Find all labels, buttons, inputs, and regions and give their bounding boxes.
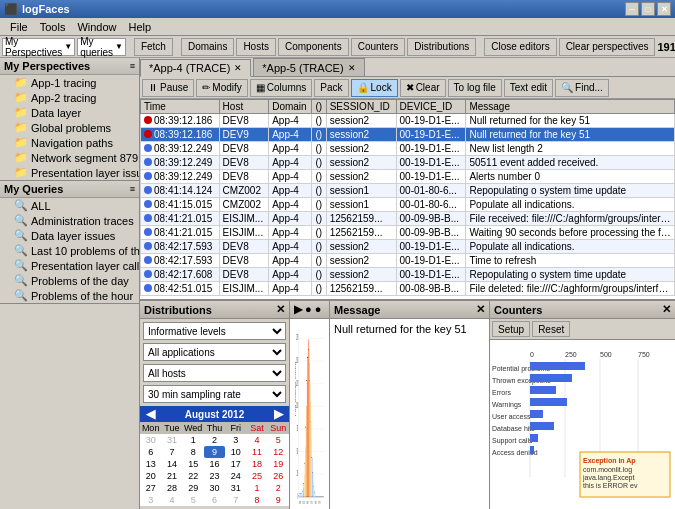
- cal-day[interactable]: 10: [225, 446, 246, 458]
- table-row[interactable]: 08:41:21.015 EISJIM... App-4 () 12562159…: [141, 226, 675, 240]
- cal-day[interactable]: 8: [246, 494, 267, 506]
- menu-help[interactable]: Help: [123, 19, 158, 35]
- table-row[interactable]: 08:41:15.015 CMZ002 App-4 () session1 00…: [141, 198, 675, 212]
- pause-button[interactable]: ⏸ Pause: [142, 79, 194, 97]
- cal-day[interactable]: 17: [225, 458, 246, 470]
- lock-button[interactable]: 🔒 Lock: [351, 79, 398, 97]
- cal-day[interactable]: 18: [246, 458, 267, 470]
- queries-dropdown[interactable]: My queries ▼: [77, 38, 126, 56]
- table-row[interactable]: 08:42:51.015 EISJIM... App-4 () 12562159…: [141, 282, 675, 296]
- sidebar-item-presentation[interactable]: 📁 Presentation layer issues: [0, 165, 139, 180]
- cal-day[interactable]: 31: [161, 434, 182, 446]
- cal-day[interactable]: 8: [183, 446, 204, 458]
- cal-day[interactable]: 30: [204, 482, 225, 494]
- table-row[interactable]: 08:41:14.124 CMZ002 App-4 () session1 00…: [141, 184, 675, 198]
- table-row[interactable]: 08:42:17.608 DEV8 App-4 () session2 00-1…: [141, 268, 675, 282]
- queries-header[interactable]: My Queries ≡: [0, 181, 139, 198]
- cal-day[interactable]: 25: [246, 470, 267, 482]
- tab-app4-close[interactable]: ✕: [234, 63, 242, 73]
- modify-button[interactable]: ✏ Modify: [196, 79, 247, 97]
- sidebar-item-nav[interactable]: 📁 Navigation paths: [0, 135, 139, 150]
- cal-day[interactable]: 4: [161, 494, 182, 506]
- dist-host-select[interactable]: All hosts: [143, 364, 286, 382]
- distributions-button[interactable]: Distributions: [407, 38, 476, 56]
- cal-day[interactable]: 1: [246, 482, 267, 494]
- cal-day[interactable]: 5: [268, 434, 289, 446]
- counters-close-icon[interactable]: ✕: [662, 303, 671, 316]
- cal-day[interactable]: 24: [225, 470, 246, 482]
- cal-day[interactable]: 1: [183, 434, 204, 446]
- tolog-button[interactable]: To log file: [448, 79, 502, 97]
- cal-day[interactable]: 12: [268, 446, 289, 458]
- minimize-button[interactable]: ─: [625, 2, 639, 16]
- reset-button[interactable]: Reset: [532, 321, 570, 337]
- cal-day[interactable]: 7: [225, 494, 246, 506]
- components-button[interactable]: Components: [278, 38, 349, 56]
- cal-day[interactable]: 7: [161, 446, 182, 458]
- menu-file[interactable]: File: [4, 19, 34, 35]
- cal-day[interactable]: 9: [268, 494, 289, 506]
- find-button[interactable]: 🔍 Find...: [555, 79, 609, 97]
- cal-day[interactable]: 3: [140, 494, 161, 506]
- table-row[interactable]: 08:39:12.249 DEV8 App-4 () session2 00-1…: [141, 170, 675, 184]
- table-row[interactable]: 08:39:12.186 DEV9 App-4 () session2 00-1…: [141, 128, 675, 142]
- cal-day[interactable]: 31: [225, 482, 246, 494]
- distributions-close-icon[interactable]: ✕: [276, 303, 285, 316]
- table-row[interactable]: 08:42:17.593 DEV8 App-4 () session2 00-1…: [141, 240, 675, 254]
- sidebar-item-probhour[interactable]: 🔍 Problems of the hour: [0, 288, 139, 303]
- tab-app5[interactable]: *App-5 (TRACE) ✕: [253, 58, 364, 76]
- sidebar-item-presl[interactable]: 🔍 Presentation layer calls: [0, 258, 139, 273]
- cal-day[interactable]: 14: [161, 458, 182, 470]
- table-row[interactable]: 08:39:12.186 DEV8 App-4 () session2 00-1…: [141, 114, 675, 128]
- cal-day[interactable]: 13: [140, 458, 161, 470]
- cal-day[interactable]: 21: [161, 470, 182, 482]
- cal-day[interactable]: 30: [140, 434, 161, 446]
- message-close-icon[interactable]: ✕: [476, 303, 485, 316]
- clear-button[interactable]: ✖ Clear: [400, 79, 446, 97]
- cal-day[interactable]: 9: [204, 446, 225, 458]
- tab-app5-close[interactable]: ✕: [348, 63, 356, 73]
- sidebar-item-global[interactable]: 📁 Global problems: [0, 120, 139, 135]
- counters-button[interactable]: Counters: [351, 38, 406, 56]
- maximize-button[interactable]: □: [641, 2, 655, 16]
- sidebar-item-last10[interactable]: 🔍 Last 10 problems of the w: [0, 243, 139, 258]
- cal-day[interactable]: 6: [140, 446, 161, 458]
- calendar-next[interactable]: ▶: [272, 407, 285, 421]
- hosts-button[interactable]: Hosts: [236, 38, 276, 56]
- dist-rate-select[interactable]: 30 min sampling rate: [143, 385, 286, 403]
- cal-day[interactable]: 19: [268, 458, 289, 470]
- sidebar-item-admin[interactable]: 🔍 Administration traces: [0, 213, 139, 228]
- cal-day[interactable]: 26: [268, 470, 289, 482]
- sidebar-item-network[interactable]: 📁 Network segment 879: [0, 150, 139, 165]
- textedit-button[interactable]: Text edit: [504, 79, 553, 97]
- menu-window[interactable]: Window: [71, 19, 122, 35]
- cal-day[interactable]: 20: [140, 470, 161, 482]
- cal-day[interactable]: 6: [204, 494, 225, 506]
- menu-tools[interactable]: Tools: [34, 19, 72, 35]
- cal-day[interactable]: 27: [140, 482, 161, 494]
- sidebar-item-probday[interactable]: 🔍 Problems of the day: [0, 273, 139, 288]
- sidebar-item-all[interactable]: 🔍 ALL: [0, 198, 139, 213]
- domains-button[interactable]: Domains: [181, 38, 234, 56]
- cal-day[interactable]: 28: [161, 482, 182, 494]
- clear-perspectives-button[interactable]: Clear perspectives: [559, 38, 656, 56]
- sidebar-item-datalayer-q[interactable]: 🔍 Data layer issues: [0, 228, 139, 243]
- sidebar-item-app1[interactable]: 📁 App-1 tracing: [0, 75, 139, 90]
- cal-day[interactable]: 3: [225, 434, 246, 446]
- cal-day[interactable]: 16: [204, 458, 225, 470]
- setup-button[interactable]: Setup: [492, 321, 530, 337]
- cal-day[interactable]: 2: [204, 434, 225, 446]
- perspectives-dropdown[interactable]: My Perspectives ▼: [2, 38, 75, 56]
- cal-day[interactable]: 22: [183, 470, 204, 482]
- table-row[interactable]: 08:39:12.249 DEV8 App-4 () session2 00-1…: [141, 156, 675, 170]
- cal-day[interactable]: 2: [268, 482, 289, 494]
- cal-day[interactable]: 4: [246, 434, 267, 446]
- tab-app4[interactable]: *App-4 (TRACE) ✕: [140, 59, 251, 77]
- close-button[interactable]: ✕: [657, 2, 671, 16]
- columns-button[interactable]: ▦ Columns: [250, 79, 312, 97]
- cal-day[interactable]: 5: [183, 494, 204, 506]
- sidebar-item-datalayer[interactable]: 📁 Data layer: [0, 105, 139, 120]
- fetch-button[interactable]: Fetch: [134, 38, 173, 56]
- cal-day[interactable]: 29: [183, 482, 204, 494]
- cal-day[interactable]: 11: [246, 446, 267, 458]
